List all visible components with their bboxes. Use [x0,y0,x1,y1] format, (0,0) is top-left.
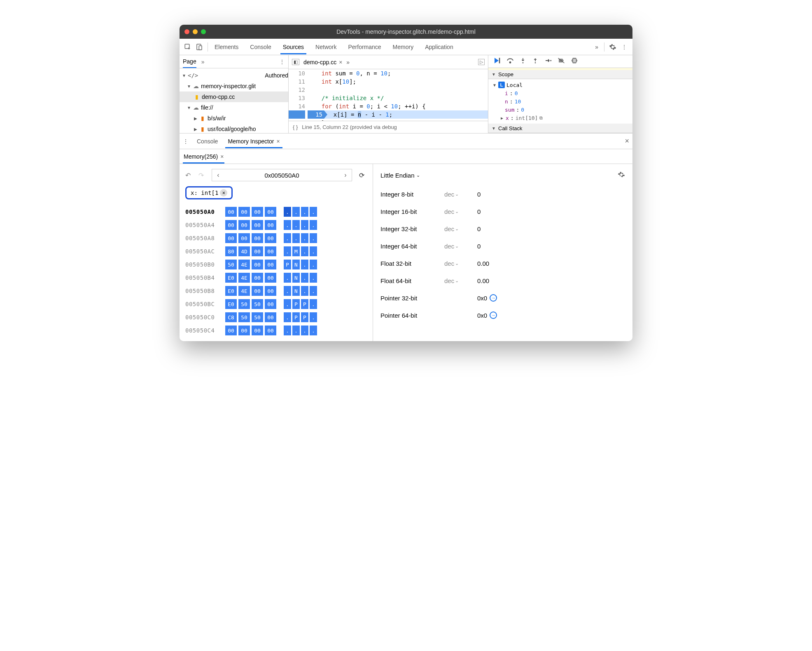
memory-tab-256[interactable]: Memory(256) × [184,153,224,163]
ascii-byte[interactable]: P [292,299,300,309]
hex-byte[interactable]: 00 [252,220,263,230]
tree-folder-1[interactable]: ▮ b/s/w/ir [180,113,288,124]
hex-byte[interactable]: 50 [238,299,250,309]
hex-byte[interactable]: 4E [238,273,250,283]
hex-row[interactable]: 005050A400000000.... [185,218,367,232]
ascii-byte[interactable]: . [292,220,300,230]
hex-byte[interactable]: 00 [252,273,263,283]
tab-elements[interactable]: Elements [214,44,239,50]
ascii-byte[interactable]: . [301,326,308,335]
tree-file-scheme[interactable]: ☁ file:// [180,102,288,113]
ascii-byte[interactable]: . [284,207,291,217]
step-over-icon[interactable] [506,57,514,66]
ascii-byte[interactable]: . [292,207,300,217]
hex-byte[interactable]: 00 [238,207,250,217]
object-highlight-chip[interactable]: x: int[1 × [185,186,233,199]
hex-byte[interactable]: 80 [225,246,237,256]
hex-byte[interactable]: 00 [265,286,276,296]
hex-row[interactable]: 005050B8E04E0000.N.. [185,284,367,297]
hex-byte[interactable]: 00 [265,299,276,309]
hex-byte[interactable]: E0 [225,299,237,309]
code-editor[interactable]: 101112131416 int sum = 0, n = 10; int x[… [289,69,488,121]
ascii-byte[interactable]: . [301,246,308,256]
callstack-header[interactable]: Call Stack [488,124,632,133]
hex-byte[interactable]: E0 [225,286,237,296]
more-tabs-icon[interactable]: » [346,59,350,66]
hex-byte[interactable]: 00 [225,207,237,217]
hex-byte[interactable]: 00 [238,233,250,243]
ascii-byte[interactable]: P [301,312,308,322]
ascii-byte[interactable]: . [301,273,308,283]
close-tab-icon[interactable]: × [276,138,280,145]
tree-authored[interactable]: </> Authored [180,70,288,81]
hex-byte[interactable]: 00 [252,207,263,217]
ascii-byte[interactable]: N [292,273,300,283]
hex-byte[interactable]: 4E [238,286,250,296]
ascii-byte[interactable]: P [301,299,308,309]
navigator-more-icon[interactable]: » [201,59,205,65]
tab-console[interactable]: Console [249,44,272,50]
format-select[interactable]: dec ⌄ [444,225,477,232]
ascii-byte[interactable]: N [292,260,300,269]
ascii-byte[interactable]: . [284,246,291,256]
ascii-byte[interactable]: . [310,220,317,230]
ascii-byte[interactable]: . [310,273,317,283]
hex-row[interactable]: 005050C400000000.... [185,324,367,337]
navigator-kebab-icon[interactable]: ⋮ [279,59,285,65]
ascii-byte[interactable]: . [301,220,308,230]
tab-memory[interactable]: Memory [392,44,415,50]
ascii-byte[interactable]: . [284,299,291,309]
hex-byte[interactable]: 00 [252,286,263,296]
ascii-byte[interactable]: . [301,207,308,217]
tab-performance[interactable]: Performance [347,44,382,50]
tab-sources[interactable]: Sources [282,44,305,50]
hex-row[interactable]: 005050AC804D0000.M.. [185,245,367,258]
pretty-print-icon[interactable]: { } [293,124,298,130]
ascii-byte[interactable]: . [292,326,300,335]
ascii-byte[interactable]: N [292,286,300,296]
toggle-navigator-icon[interactable]: ◧ [292,59,299,65]
tab-network[interactable]: Network [315,44,337,50]
editor-file-tab[interactable]: demo-cpp.cc × [303,59,342,66]
ascii-byte[interactable]: . [310,233,317,243]
hex-byte[interactable]: 50 [252,299,263,309]
next-page-icon[interactable]: › [339,171,352,179]
hex-byte[interactable]: 00 [252,233,263,243]
var-i[interactable]: i: 0 [492,89,628,97]
hex-byte[interactable]: 00 [238,326,250,335]
tree-file-demo-cpp[interactable]: ▮ demo-cpp.cc [180,91,288,102]
value-settings-gear-icon[interactable] [618,171,625,180]
var-n[interactable]: n: 10 [492,97,628,105]
ascii-byte[interactable]: . [301,233,308,243]
ascii-byte[interactable]: . [284,220,291,230]
close-drawer-icon[interactable]: × [625,137,629,145]
hex-row[interactable]: 005050B0504E0000PN.. [185,258,367,271]
step-into-icon[interactable] [520,57,526,66]
hex-byte[interactable]: E0 [225,273,237,283]
kebab-menu-icon[interactable]: ⋮ [618,41,630,53]
ascii-byte[interactable]: . [284,233,291,243]
step-out-icon[interactable] [532,57,539,66]
ascii-byte[interactable]: . [310,246,317,256]
more-tabs-icon[interactable]: » [595,44,598,50]
hex-byte[interactable]: 00 [265,233,276,243]
hex-byte[interactable]: 00 [265,246,276,256]
hex-byte[interactable]: 00 [252,246,263,256]
hex-byte[interactable]: 00 [252,260,263,269]
hex-byte[interactable]: 00 [238,220,250,230]
ascii-byte[interactable]: . [310,312,317,322]
jump-to-pointer-icon[interactable]: → [490,311,497,319]
ascii-byte[interactable]: . [292,233,300,243]
toggle-debugger-icon[interactable]: ▷ [478,59,485,65]
refresh-icon[interactable]: ⟳ [356,171,367,179]
tab-application[interactable]: Application [424,44,454,50]
hex-byte[interactable]: 00 [225,220,237,230]
address-input[interactable] [224,172,339,179]
hex-byte[interactable]: 50 [225,260,237,269]
drawer-tab-memory-inspector[interactable]: Memory Inspector × [226,138,281,145]
hex-row[interactable]: 005050A000000000.... [185,205,367,218]
hex-byte[interactable]: 00 [265,260,276,269]
ascii-byte[interactable]: P [292,312,300,322]
inspect-element-icon[interactable] [182,41,194,53]
device-toolbar-icon[interactable] [194,41,205,53]
